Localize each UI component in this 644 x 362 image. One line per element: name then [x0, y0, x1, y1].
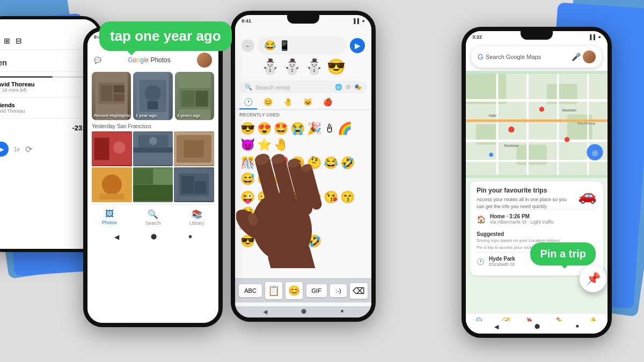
- svg-rect-11: [181, 91, 194, 107]
- recent-btn[interactable]: ■: [188, 233, 192, 241]
- album-label-2years: 2 years ago: [177, 113, 201, 118]
- key-gif[interactable]: GIF: [306, 284, 327, 297]
- emoji-tab-cat[interactable]: 🐱: [299, 95, 317, 109]
- maps-clock-icon: 🕐: [477, 258, 485, 265]
- bubble-pin-text: Pin a trip: [540, 248, 586, 260]
- photos-avatar[interactable]: [197, 53, 212, 68]
- maps-system-nav: ◀ ⬤ ■: [466, 321, 608, 334]
- photos-nav-search[interactable]: 🔍 Search: [145, 209, 161, 226]
- photo-4[interactable]: [92, 167, 132, 202]
- left-item-1: den: [0, 58, 92, 67]
- home-btn[interactable]: ⬤: [151, 233, 157, 241]
- svg-rect-17: [133, 147, 173, 152]
- emoji-back-icon[interactable]: ←: [241, 39, 254, 52]
- maps-suggested-label: Suggested: [477, 231, 597, 237]
- emoji-send-btn[interactable]: ▶: [350, 38, 365, 53]
- maps-notch: [521, 31, 553, 40]
- photo-3[interactable]: [174, 131, 214, 166]
- svg-rect-52: [466, 99, 608, 102]
- emoji-message-bubble: 😂 📱: [258, 36, 347, 55]
- maps-home-sub: via Albermarle St · Light traffic: [490, 219, 554, 225]
- album-1year[interactable]: 1 year ago: [133, 72, 172, 120]
- chat-icon[interactable]: 💬: [94, 57, 101, 64]
- left-item-2-sub: 1hr 18 mins left: [0, 87, 92, 93]
- phone-google-photos: 9:41 ▌▌ WiFi ● 💬 Google Photos: [83, 27, 223, 327]
- pin-icon: 📌: [586, 272, 601, 286]
- search-emoji-placeholder: Search emoji: [255, 84, 290, 91]
- svg-rect-55: [466, 160, 608, 162]
- maps-hyde-park-sub: Elizabeth St: [489, 262, 515, 267]
- hand-illustration: [236, 118, 343, 268]
- emoji-back-sys[interactable]: ◀: [263, 308, 267, 315]
- album-label-1year: 1 year ago: [135, 113, 157, 118]
- emoji-time: 9:41: [241, 18, 251, 24]
- emoji-search-icons: 🌐⚙🎭: [335, 84, 362, 91]
- emoji-recent-sys[interactable]: ■: [341, 308, 343, 315]
- album-recent[interactable]: Recent Highlights: [92, 72, 131, 120]
- svg-rect-12: [195, 91, 208, 107]
- svg-text:Haiki: Haiki: [488, 114, 496, 117]
- maps-mic-icon[interactable]: 🎤: [572, 53, 581, 61]
- maps-car-icon: 🚗: [578, 187, 597, 204]
- emoji-system-nav: ◀ ⬤ ■: [235, 306, 371, 317]
- left-item-3: Friends: [0, 102, 92, 108]
- emoji-home-sys[interactable]: ⬤: [301, 308, 306, 315]
- snowman-3: ⛄: [305, 58, 324, 76]
- pin-fab-button[interactable]: 📌: [580, 265, 606, 292]
- album-2years[interactable]: 2 years ago: [175, 72, 214, 120]
- key-abc[interactable]: ABC: [239, 284, 262, 297]
- map-area[interactable]: ◎ Newtown Haiki Newtown Thai Pothong: [466, 71, 608, 178]
- emoji-tabs: 🕐 😊 🤚 🐱 🍎: [235, 95, 371, 110]
- photo-6[interactable]: [174, 167, 214, 202]
- emoji-notch: [287, 15, 319, 24]
- maps-recent-sys[interactable]: ■: [576, 323, 579, 330]
- emoji-tab-clock[interactable]: 🕐: [239, 95, 257, 109]
- maps-back-sys[interactable]: ◀: [494, 323, 499, 330]
- maps-home-sys[interactable]: ⬤: [535, 323, 540, 330]
- maps-home-icon: 🏠: [477, 215, 486, 224]
- key-delete[interactable]: ⌫: [350, 283, 368, 299]
- svg-rect-56: [496, 74, 499, 175]
- scene: ☰ ⊞ ⊟ ⋮ den David Thoreau 1hr 18 mins le…: [0, 0, 644, 362]
- emoji-search-bar[interactable]: 🔍 Search emoji 🌐⚙🎭: [239, 81, 367, 93]
- key-emoji-face[interactable]: 😊: [286, 282, 303, 299]
- svg-rect-33: [195, 181, 207, 194]
- svg-rect-8: [148, 101, 158, 109]
- photo-5[interactable]: [133, 167, 173, 202]
- svg-point-63: [565, 137, 569, 142]
- photo-1[interactable]: [92, 131, 132, 166]
- photos-nav-photos[interactable]: 🖼 Photos: [102, 209, 117, 226]
- svg-point-19: [149, 137, 157, 145]
- svg-rect-57: [526, 74, 529, 175]
- photos-nav-library[interactable]: 📚 Library: [189, 209, 204, 226]
- bubble-pin-a-trip: Pin a trip: [530, 242, 596, 265]
- key-smiley-text[interactable]: :-): [330, 284, 346, 297]
- maps-card-sub: Access your routes all in one place so y…: [477, 196, 574, 210]
- maps-search-bar[interactable]: G Search Google Maps 🎤: [471, 46, 602, 68]
- svg-text:Newtown: Newtown: [504, 144, 518, 147]
- svg-rect-25: [99, 194, 125, 200]
- play-button[interactable]: ▶: [0, 142, 9, 157]
- emoji-tab-hand[interactable]: 🤚: [279, 95, 297, 109]
- forward-icon[interactable]: ⟳: [25, 144, 32, 154]
- maps-home-route[interactable]: 🏠 Home · 3:26 PM via Albermarle St · Lig…: [477, 210, 597, 228]
- emoji-tab-food[interactable]: 🍎: [319, 95, 336, 109]
- maps-avatar[interactable]: [583, 50, 596, 63]
- maps-search-text: Search Google Maps: [486, 54, 572, 60]
- svg-rect-27: [133, 168, 153, 184]
- svg-text:◎: ◎: [592, 149, 598, 157]
- photos-grid: [92, 131, 214, 202]
- maps-hyde-park-label: Hyde Park: [489, 256, 515, 262]
- photos-date-section: Yesterday San Francisco: [87, 123, 218, 204]
- svg-point-64: [489, 153, 493, 157]
- key-sticker[interactable]: 📋: [265, 282, 282, 299]
- emoji-tab-smile[interactable]: 😊: [259, 95, 277, 109]
- svg-rect-4: [114, 94, 125, 101]
- photo-2[interactable]: [133, 131, 173, 166]
- bubble-tap-one-year-ago: tap one year ago: [99, 21, 232, 51]
- snowman-1: ⛄: [261, 58, 280, 76]
- back-btn[interactable]: ◀: [114, 233, 119, 241]
- svg-rect-3: [114, 85, 125, 93]
- maps-time: 3:22: [472, 34, 482, 40]
- photos-date-label: Yesterday San Francisco: [92, 123, 214, 129]
